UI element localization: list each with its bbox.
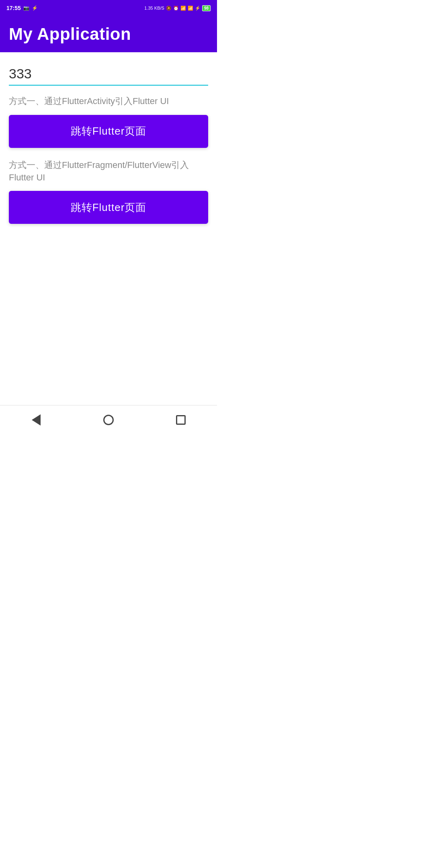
- flutter-fragment-button[interactable]: 跳转Flutter页面: [9, 191, 208, 224]
- camera-icon: 📷: [23, 5, 29, 11]
- flutter-activity-button-label: 跳转Flutter页面: [71, 124, 147, 138]
- app-bar: My Application: [0, 16, 217, 52]
- home-icon: [103, 415, 114, 425]
- status-time: 17:55: [6, 5, 21, 11]
- flutter-fragment-button-label: 跳转Flutter页面: [71, 201, 147, 215]
- text-input-container: [9, 64, 208, 86]
- battery-indicator: 98: [202, 5, 211, 11]
- status-left: 17:55 📷 ⚡: [6, 5, 38, 11]
- signal-icon: 📶: [180, 6, 186, 11]
- back-icon: [32, 414, 41, 426]
- status-right: 1.35 KB/S 🔕 ⏰ 📶 📶 ⚡ 98: [144, 5, 211, 11]
- home-button[interactable]: [96, 408, 121, 432]
- number-input[interactable]: [9, 64, 208, 83]
- navigation-bar: [0, 405, 217, 434]
- signal2-icon: 📶: [188, 6, 193, 11]
- section2-label: 方式一、通过FlutterFragment/FlutterView引入Flutt…: [9, 159, 208, 184]
- section1-label: 方式一、通过FlutterActivity引入Flutter UI: [9, 95, 208, 108]
- mute-icon: 🔕: [166, 6, 172, 11]
- flutter-activity-button[interactable]: 跳转Flutter页面: [9, 115, 208, 148]
- recents-icon: [176, 415, 186, 425]
- recents-button[interactable]: [169, 408, 193, 432]
- speed-indicator: 1.35 KB/S: [144, 6, 164, 10]
- alarm-icon: ⏰: [173, 6, 179, 11]
- usb-icon: ⚡: [32, 5, 38, 11]
- back-button[interactable]: [24, 408, 48, 432]
- status-bar: 17:55 📷 ⚡ 1.35 KB/S 🔕 ⏰ 📶 📶 ⚡ 98: [0, 0, 217, 16]
- lightning-icon: ⚡: [195, 6, 201, 11]
- app-title: My Application: [9, 25, 131, 44]
- content-area: 方式一、通过FlutterActivity引入Flutter UI 跳转Flut…: [0, 52, 217, 224]
